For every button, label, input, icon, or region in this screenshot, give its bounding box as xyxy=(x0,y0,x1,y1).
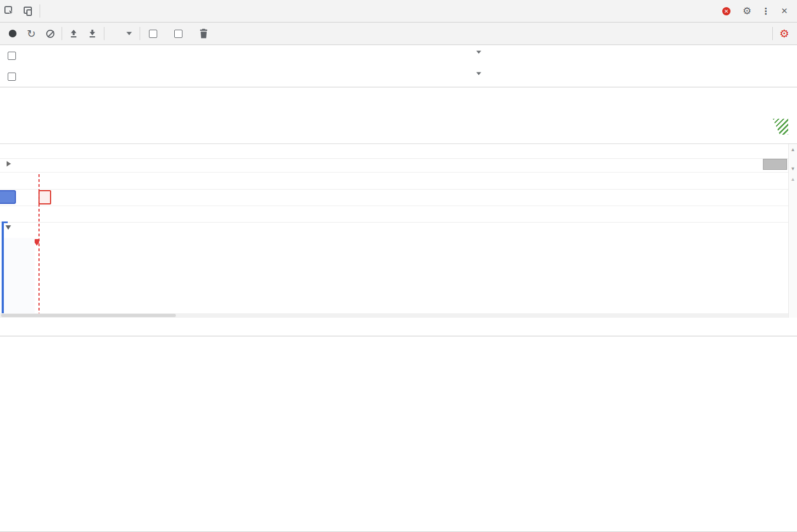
flame-left-gutter xyxy=(4,238,35,314)
console-error-badge[interactable]: ✕ xyxy=(722,7,733,15)
cpu-throttle-select[interactable] xyxy=(460,72,481,75)
devtools-tabbar: ✕ ⚙ ⋮ ✕ xyxy=(0,0,797,23)
paint-instrumentation-checkbox[interactable] xyxy=(8,73,16,81)
divider xyxy=(62,27,62,40)
settings-gear-icon[interactable]: ⚙ xyxy=(739,3,755,19)
network-track-disclosure-icon[interactable] xyxy=(7,161,11,167)
load-event-marker[interactable] xyxy=(38,190,51,204)
session-select[interactable] xyxy=(107,32,137,35)
performance-toolbar: ↻ ⚙ xyxy=(0,23,797,45)
flame-row-pink[interactable] xyxy=(35,281,768,294)
flame-row-peach[interactable] xyxy=(35,295,768,308)
flame-row-tasks[interactable] xyxy=(37,238,768,253)
disable-js-samples-row[interactable] xyxy=(8,52,21,60)
reload-and-record-icon[interactable]: ↻ xyxy=(22,25,41,42)
disable-js-samples-checkbox[interactable] xyxy=(8,52,16,60)
network-track-scrollbar[interactable] xyxy=(763,159,787,170)
error-icon: ✕ xyxy=(722,7,730,15)
timeline-tracks[interactable]: ▲ ▼ ▲ xyxy=(0,144,797,318)
capture-settings-gear-icon[interactable]: ⚙ xyxy=(775,25,794,42)
divider xyxy=(772,27,773,40)
dcl-marker[interactable] xyxy=(0,190,16,204)
drawer-tabbar xyxy=(0,318,797,336)
load-profile-icon[interactable] xyxy=(64,25,83,42)
chevron-down-icon xyxy=(477,72,481,75)
flame-row-scripting-1[interactable] xyxy=(35,254,768,267)
flame-vertical-scrollbar[interactable]: ▲ ▼ ▲ xyxy=(788,144,797,318)
save-profile-icon[interactable] xyxy=(83,25,102,42)
device-toolbar-icon[interactable] xyxy=(19,2,37,20)
timeline-overview[interactable] xyxy=(0,87,797,144)
chevron-down-icon xyxy=(477,51,481,53)
devtools-window: ✕ ⚙ ⋮ ✕ ↻ xyxy=(0,0,797,532)
divider xyxy=(140,27,140,40)
divider xyxy=(104,27,104,40)
marker-dashed-line xyxy=(38,174,40,314)
main-track-disclosure-icon[interactable] xyxy=(5,225,11,230)
capture-settings-pane xyxy=(0,45,797,87)
scroll-down-icon[interactable]: ▼ xyxy=(790,167,795,171)
flame-horizontal-scrollbar[interactable] xyxy=(0,313,788,318)
tabbar-right-controls: ✕ ⚙ ⋮ ✕ xyxy=(722,3,797,19)
screenshots-checkbox-row[interactable] xyxy=(149,30,162,38)
memory-checkbox-row[interactable] xyxy=(174,30,187,38)
clear-recordings-icon[interactable] xyxy=(41,25,59,42)
panel-tabs xyxy=(42,0,722,23)
kebab-menu-icon[interactable]: ⋮ xyxy=(757,3,774,19)
inspect-element-icon[interactable] xyxy=(0,2,19,20)
record-button[interactable] xyxy=(3,25,22,42)
frames-track-bars[interactable] xyxy=(77,174,772,188)
close-icon[interactable]: ✕ xyxy=(776,3,793,19)
chevron-down-icon xyxy=(126,32,132,35)
main-track-selection-arm xyxy=(2,221,8,223)
garbage-collect-icon[interactable] xyxy=(194,25,213,42)
paint-instrumentation-row[interactable] xyxy=(8,73,21,81)
memory-checkbox[interactable] xyxy=(174,30,182,38)
screenshots-checkbox[interactable] xyxy=(149,30,157,38)
network-throttle-select[interactable] xyxy=(460,51,481,54)
scroll-up2-icon[interactable]: ▲ xyxy=(790,177,795,182)
flame-row-scripting-2[interactable] xyxy=(35,268,768,280)
summary-donut-chart xyxy=(8,398,103,492)
scroll-up-icon[interactable]: ▲ xyxy=(790,147,795,152)
divider xyxy=(40,4,40,18)
